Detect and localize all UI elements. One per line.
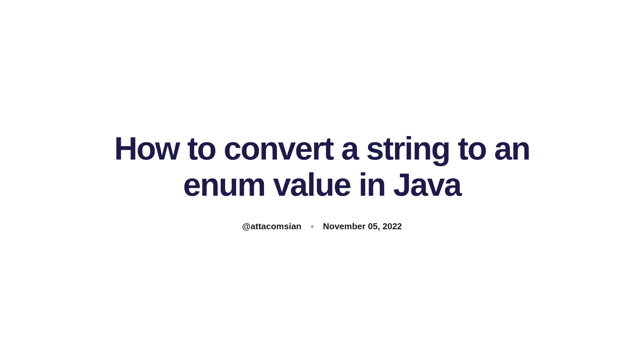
article-header: How to convert a string to an enum value… (107, 130, 537, 232)
article-author[interactable]: @attacomsian (242, 221, 302, 232)
article-meta: @attacomsian November 05, 2022 (242, 221, 402, 232)
meta-separator-icon (311, 225, 314, 228)
article-date: November 05, 2022 (323, 221, 402, 232)
article-title: How to convert a string to an enum value… (107, 130, 537, 202)
